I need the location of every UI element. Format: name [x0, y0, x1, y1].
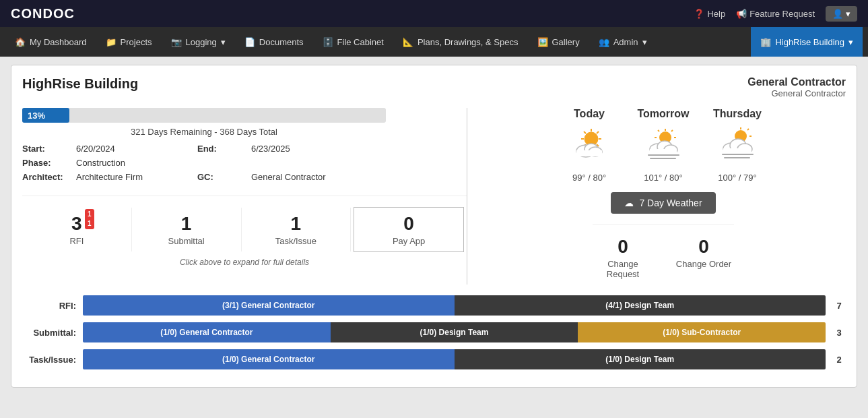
- sidebar-item-plans[interactable]: 📐 Plans, Drawings, & Specs: [393, 27, 528, 57]
- help-link[interactable]: ❓ Help: [694, 9, 725, 19]
- rfi-bar-track: (3/1) General Contractor (4/1) Design Te…: [83, 295, 826, 316]
- question-icon: ❓: [694, 9, 704, 19]
- logo: CONDOC: [11, 6, 75, 22]
- building-icon: 🏢: [760, 37, 771, 47]
- stat-change-order[interactable]: 0 Change Order: [673, 231, 734, 285]
- progress-bar-fill: 13%: [22, 108, 69, 123]
- today-icon: [559, 125, 620, 167]
- svg-rect-32: [723, 148, 752, 154]
- task-seg-gc[interactable]: (1/0) General Contractor: [83, 349, 455, 369]
- change-order-number: 0: [698, 236, 709, 258]
- rfi-badge: 1 1: [85, 209, 94, 229]
- task-seg-dt[interactable]: (1/0) Design Team: [455, 349, 826, 369]
- file-cabinet-icon: 🗄️: [323, 37, 333, 47]
- project-role: General Contractor General Contractor: [747, 76, 846, 98]
- main-content: HighRise Building General Contractor Gen…: [0, 57, 868, 396]
- svg-line-8: [597, 131, 599, 133]
- sidebar-item-documents[interactable]: 📄 Documents: [235, 27, 313, 57]
- change-request-label: Change Request: [593, 259, 653, 279]
- user-icon: 👤: [832, 9, 843, 19]
- architect-value: Architecture Firm: [76, 172, 197, 182]
- sidebar-item-gallery[interactable]: 🖼️ Gallery: [528, 27, 589, 57]
- end-label: End:: [197, 144, 251, 154]
- submittal-seg-dt[interactable]: (1/0) Design Team: [331, 322, 578, 342]
- stats-row: 3 1 1 RFI 1 Submittal 1: [22, 196, 467, 252]
- phase-label: Phase:: [22, 158, 76, 168]
- projects-icon: 📁: [106, 37, 116, 47]
- progress-label: 13%: [28, 111, 45, 121]
- logging-dropdown-icon: ▾: [221, 37, 226, 47]
- gallery-icon: 🖼️: [537, 37, 548, 47]
- role-sub: General Contractor: [747, 88, 846, 98]
- rfi-label: RFI: [22, 236, 131, 246]
- svg-line-18: [658, 130, 659, 131]
- dashboard-icon: 🏠: [15, 37, 26, 47]
- rfi-bar-label: RFI:: [22, 301, 76, 311]
- weather-panel: Today: [467, 108, 846, 285]
- task-label: Task/Issue: [242, 236, 351, 246]
- tomorrow-temp: 101° / 80°: [633, 173, 694, 183]
- feature-request-link[interactable]: 📢 Feature Request: [736, 9, 815, 19]
- admin-icon: 👥: [599, 37, 609, 47]
- submittal-seg-sc[interactable]: (1/0) Sub-Contractor: [578, 322, 826, 342]
- rfi-seg-dt[interactable]: (4/1) Design Team: [455, 295, 826, 316]
- end-value: 6/23/2025: [251, 144, 372, 154]
- payapp-number: 0: [403, 213, 414, 235]
- change-order-label: Change Order: [673, 259, 734, 269]
- weather-tomorrow: Tomorrow: [633, 108, 694, 183]
- left-col: 13% 321 Days Remaining - 368 Days Total …: [22, 108, 467, 285]
- weather-thursday: Thursday: [707, 108, 768, 183]
- sidebar-item-admin[interactable]: 👥 Admin ▾: [589, 27, 657, 57]
- rfi-bar-row: RFI: (3/1) General Contractor (4/1) Desi…: [22, 295, 846, 316]
- start-value: 6/20/2024: [76, 144, 197, 154]
- submittal-bar-track: (1/0) General Contractor (1/0) Design Te…: [83, 322, 826, 342]
- stat-task[interactable]: 1 Task/Issue: [242, 208, 352, 251]
- submittal-seg-gc[interactable]: (1/0) General Contractor: [83, 322, 331, 342]
- logging-icon: 📷: [171, 37, 182, 47]
- today-name: Today: [559, 108, 620, 120]
- project-info: Start: 6/20/2024 End: 6/23/2025 Phase: C…: [22, 144, 467, 182]
- rfi-number: 3 1 1: [71, 213, 82, 235]
- stat-submittal[interactable]: 1 Submittal: [132, 208, 242, 251]
- progress-bar-wrap: 13%: [22, 108, 386, 123]
- plans-icon: 📐: [403, 37, 413, 47]
- stat-change-request[interactable]: 0 Change Request: [593, 231, 653, 285]
- sidebar-item-file-cabinet[interactable]: 🗄️ File Cabinet: [313, 27, 393, 57]
- submittal-bar-label: Submittal:: [22, 328, 76, 338]
- task-bar-track: (1/0) General Contractor (1/0) Design Te…: [83, 349, 826, 369]
- svg-rect-22: [650, 149, 677, 155]
- svg-line-17: [671, 130, 673, 131]
- project-card: HighRise Building General Contractor Gen…: [11, 65, 857, 388]
- submittal-label: Submittal: [132, 236, 241, 246]
- sidebar-item-dashboard[interactable]: 🏠 My Dashboard: [5, 27, 96, 57]
- project-title: HighRise Building: [22, 76, 138, 92]
- user-menu-button[interactable]: 👤 ▾: [826, 6, 857, 22]
- svg-rect-12: [576, 150, 602, 156]
- nav-bar: 🏠 My Dashboard 📁 Projects 📷 Logging ▾ 📄 …: [0, 27, 868, 57]
- sidebar-item-logging[interactable]: 📷 Logging ▾: [162, 27, 235, 57]
- progress-container: 13% 321 Days Remaining - 368 Days Total: [22, 108, 467, 137]
- tomorrow-name: Tomorrow: [633, 108, 694, 120]
- stat-payapp[interactable]: 0 Pay App: [354, 207, 464, 252]
- change-request-number: 0: [617, 236, 628, 258]
- sidebar-item-projects[interactable]: 📁 Projects: [96, 27, 162, 57]
- empty-label: [197, 158, 251, 168]
- task-number: 1: [291, 213, 302, 235]
- project-dropdown-icon: ▾: [848, 37, 853, 47]
- stat-rfi[interactable]: 3 1 1 RFI: [22, 208, 132, 251]
- thursday-temp: 100° / 79°: [707, 173, 768, 183]
- megaphone-icon: 📢: [736, 9, 747, 19]
- task-bar-label: Task/Issue:: [22, 355, 76, 365]
- phase-value: Construction: [76, 158, 197, 168]
- rfi-seg-gc[interactable]: (3/1) General Contractor: [83, 295, 455, 316]
- submittal-number: 1: [181, 213, 192, 235]
- project-header: HighRise Building General Contractor Gen…: [22, 76, 846, 98]
- gc-label: GC:: [197, 172, 251, 182]
- svg-line-5: [584, 131, 586, 133]
- tomorrow-icon: [633, 125, 694, 167]
- task-bar-count: 2: [832, 355, 846, 365]
- content-row: 13% 321 Days Remaining - 368 Days Total …: [22, 108, 846, 285]
- documents-icon: 📄: [244, 37, 255, 47]
- active-project-selector[interactable]: 🏢 HighRise Building ▾: [751, 27, 863, 57]
- seven-day-weather-button[interactable]: ☁ 7 Day Weather: [611, 192, 715, 214]
